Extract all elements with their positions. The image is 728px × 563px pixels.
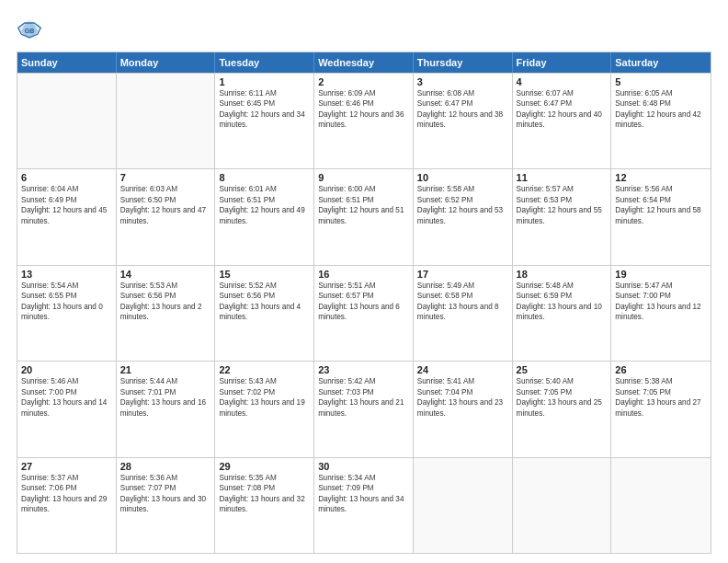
header-day-saturday: Saturday xyxy=(611,52,711,73)
sunrise-text: Sunrise: 6:09 AM xyxy=(318,88,409,98)
day-number: 13 xyxy=(21,269,112,280)
day-number: 16 xyxy=(318,269,409,280)
sunrise-text: Sunrise: 6:08 AM xyxy=(417,88,508,98)
header: GB xyxy=(17,17,711,42)
calendar-cell-4-1: 28Sunrise: 5:36 AMSunset: 7:07 PMDayligh… xyxy=(117,458,216,553)
sunset-text: Sunset: 6:55 PM xyxy=(21,291,112,301)
sunrise-text: Sunrise: 5:57 AM xyxy=(517,184,608,194)
sunset-text: Sunset: 7:01 PM xyxy=(120,387,211,397)
daylight-text: Daylight: 13 hours and 19 minutes. xyxy=(219,397,310,419)
daylight-text: Daylight: 13 hours and 29 minutes. xyxy=(21,494,112,515)
daylight-text: Daylight: 13 hours and 23 minutes. xyxy=(417,397,508,419)
sunrise-text: Sunrise: 6:01 AM xyxy=(219,184,310,194)
sunrise-text: Sunrise: 6:00 AM xyxy=(318,184,409,194)
calendar-cell-3-3: 23Sunrise: 5:42 AMSunset: 7:03 PMDayligh… xyxy=(314,362,414,456)
sunrise-text: Sunrise: 5:41 AM xyxy=(417,376,508,386)
calendar-row-1: 6Sunrise: 6:04 AMSunset: 6:49 PMDaylight… xyxy=(17,168,711,264)
logo-icon: GB xyxy=(17,17,42,42)
day-number: 22 xyxy=(219,364,310,375)
calendar-cell-2-5: 18Sunrise: 5:48 AMSunset: 6:59 PMDayligh… xyxy=(513,266,612,361)
day-number: 1 xyxy=(219,76,310,87)
sunset-text: Sunset: 6:49 PM xyxy=(21,195,112,205)
daylight-text: Daylight: 13 hours and 34 minutes. xyxy=(318,494,409,515)
day-number: 5 xyxy=(615,76,707,87)
sunrise-text: Sunrise: 5:53 AM xyxy=(120,281,211,291)
header-day-friday: Friday xyxy=(513,52,612,73)
daylight-text: Daylight: 13 hours and 21 minutes. xyxy=(318,397,409,419)
sunrise-text: Sunrise: 5:58 AM xyxy=(417,184,508,194)
day-number: 12 xyxy=(615,172,707,183)
sunset-text: Sunset: 6:56 PM xyxy=(120,291,211,301)
sunrise-text: Sunrise: 5:36 AM xyxy=(120,473,211,483)
day-number: 23 xyxy=(318,364,409,375)
day-number: 3 xyxy=(417,76,508,87)
sunrise-text: Sunrise: 5:40 AM xyxy=(517,376,608,386)
sunset-text: Sunset: 7:05 PM xyxy=(615,387,707,397)
sunrise-text: Sunrise: 5:49 AM xyxy=(417,281,508,291)
calendar-cell-1-3: 9Sunrise: 6:00 AMSunset: 6:51 PMDaylight… xyxy=(314,169,414,264)
day-number: 4 xyxy=(517,76,608,87)
day-number: 8 xyxy=(219,172,310,183)
calendar-row-4: 27Sunrise: 5:37 AMSunset: 7:06 PMDayligh… xyxy=(17,457,711,553)
daylight-text: Daylight: 12 hours and 38 minutes. xyxy=(417,109,508,131)
sunrise-text: Sunrise: 6:05 AM xyxy=(615,88,707,98)
sunrise-text: Sunrise: 5:47 AM xyxy=(615,281,707,291)
sunrise-text: Sunrise: 6:03 AM xyxy=(120,184,211,194)
sunset-text: Sunset: 6:47 PM xyxy=(417,98,508,109)
sunset-text: Sunset: 7:02 PM xyxy=(219,387,310,397)
calendar-cell-2-4: 17Sunrise: 5:49 AMSunset: 6:58 PMDayligh… xyxy=(414,266,513,361)
sunset-text: Sunset: 7:05 PM xyxy=(517,387,608,397)
calendar-cell-3-2: 22Sunrise: 5:43 AMSunset: 7:02 PMDayligh… xyxy=(215,362,314,456)
calendar-cell-2-6: 19Sunrise: 5:47 AMSunset: 7:00 PMDayligh… xyxy=(611,266,711,361)
calendar-cell-1-6: 12Sunrise: 5:56 AMSunset: 6:54 PMDayligh… xyxy=(611,169,711,264)
sunset-text: Sunset: 6:48 PM xyxy=(615,98,707,109)
calendar-header: SundayMondayTuesdayWednesdayThursdayFrid… xyxy=(17,52,711,73)
day-number: 29 xyxy=(219,461,310,472)
calendar-row-0: 1Sunrise: 6:11 AMSunset: 6:45 PMDaylight… xyxy=(17,73,711,168)
daylight-text: Daylight: 13 hours and 30 minutes. xyxy=(120,494,211,515)
calendar-row-2: 13Sunrise: 5:54 AMSunset: 6:55 PMDayligh… xyxy=(17,265,711,361)
calendar-body: 1Sunrise: 6:11 AMSunset: 6:45 PMDaylight… xyxy=(17,73,711,553)
sunset-text: Sunset: 7:09 PM xyxy=(318,483,409,493)
header-day-thursday: Thursday xyxy=(414,52,513,73)
day-number: 25 xyxy=(517,364,608,375)
svg-text:GB: GB xyxy=(25,28,35,34)
daylight-text: Daylight: 12 hours and 42 minutes. xyxy=(615,109,707,131)
sunrise-text: Sunrise: 5:37 AM xyxy=(21,473,112,483)
sunset-text: Sunset: 6:58 PM xyxy=(417,291,508,301)
daylight-text: Daylight: 13 hours and 25 minutes. xyxy=(517,397,608,419)
calendar-cell-4-6 xyxy=(611,458,711,553)
sunrise-text: Sunrise: 5:34 AM xyxy=(318,473,409,483)
calendar-cell-1-0: 6Sunrise: 6:04 AMSunset: 6:49 PMDaylight… xyxy=(17,169,117,264)
sunset-text: Sunset: 6:51 PM xyxy=(318,195,409,205)
calendar-cell-3-0: 20Sunrise: 5:46 AMSunset: 7:00 PMDayligh… xyxy=(17,362,117,456)
calendar-cell-0-2: 1Sunrise: 6:11 AMSunset: 6:45 PMDaylight… xyxy=(215,74,314,168)
day-number: 24 xyxy=(417,364,508,375)
calendar-cell-4-0: 27Sunrise: 5:37 AMSunset: 7:06 PMDayligh… xyxy=(17,458,117,553)
day-number: 6 xyxy=(21,172,112,183)
calendar-cell-4-4 xyxy=(414,458,513,553)
calendar: SundayMondayTuesdayWednesdayThursdayFrid… xyxy=(17,52,711,554)
sunset-text: Sunset: 7:03 PM xyxy=(318,387,409,397)
daylight-text: Daylight: 12 hours and 51 minutes. xyxy=(318,205,409,226)
day-number: 15 xyxy=(219,269,310,280)
daylight-text: Daylight: 12 hours and 58 minutes. xyxy=(615,205,707,226)
daylight-text: Daylight: 12 hours and 49 minutes. xyxy=(219,205,310,226)
sunset-text: Sunset: 6:50 PM xyxy=(120,195,211,205)
calendar-cell-0-6: 5Sunrise: 6:05 AMSunset: 6:48 PMDaylight… xyxy=(611,74,711,168)
day-number: 10 xyxy=(417,172,508,183)
calendar-row-3: 20Sunrise: 5:46 AMSunset: 7:00 PMDayligh… xyxy=(17,361,711,456)
sunset-text: Sunset: 6:47 PM xyxy=(517,98,608,109)
day-number: 20 xyxy=(21,364,112,375)
sunset-text: Sunset: 6:56 PM xyxy=(219,291,310,301)
calendar-cell-2-1: 14Sunrise: 5:53 AMSunset: 6:56 PMDayligh… xyxy=(117,266,216,361)
sunset-text: Sunset: 6:51 PM xyxy=(219,195,310,205)
daylight-text: Daylight: 13 hours and 14 minutes. xyxy=(21,397,112,419)
daylight-text: Daylight: 12 hours and 45 minutes. xyxy=(21,205,112,226)
calendar-cell-0-3: 2Sunrise: 6:09 AMSunset: 6:46 PMDaylight… xyxy=(314,74,414,168)
calendar-cell-1-1: 7Sunrise: 6:03 AMSunset: 6:50 PMDaylight… xyxy=(117,169,216,264)
day-number: 26 xyxy=(615,364,707,375)
calendar-cell-4-5 xyxy=(513,458,612,553)
sunrise-text: Sunrise: 5:51 AM xyxy=(318,281,409,291)
calendar-cell-1-4: 10Sunrise: 5:58 AMSunset: 6:52 PMDayligh… xyxy=(414,169,513,264)
